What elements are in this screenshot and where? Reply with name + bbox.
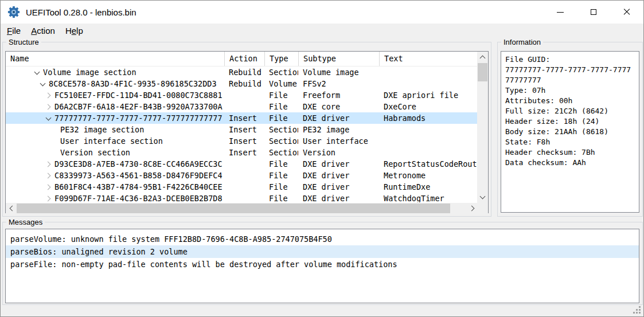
titlebar: UEFITool 0.28.0 - lenbios.bin bbox=[1, 1, 643, 24]
scroll-down-icon[interactable] bbox=[477, 192, 488, 203]
chevron-right-icon[interactable] bbox=[45, 195, 52, 202]
tree-row-subtype: DXE driver bbox=[298, 112, 379, 124]
chevron-down-icon[interactable] bbox=[39, 80, 46, 88]
tree-row-text bbox=[379, 66, 478, 78]
close-icon bbox=[623, 9, 630, 15]
message-row[interactable]: parseFile: non-empty pad-file contents w… bbox=[6, 258, 639, 271]
tree-row-action: Insert bbox=[224, 112, 264, 124]
tree-row-name-cell: FC510EE7-FFDC-11D4-BD41-0080C73C8881 bbox=[6, 89, 224, 101]
tree-row-type: File bbox=[264, 170, 298, 181]
tree-row[interactable]: C8339973-A563-4561-B858-D8476F9DEFC4 Fil… bbox=[6, 170, 478, 181]
tree-row[interactable]: Volume image section Rebuild Section Vol… bbox=[6, 66, 478, 78]
expander-icon bbox=[50, 126, 58, 134]
tree-row-name-cell: Volume image section bbox=[6, 66, 224, 78]
tree-row[interactable]: D6A2CB7F-6A18-4E2F-B43B-9920A733700A Fil… bbox=[6, 101, 478, 112]
resize-grip-icon[interactable] bbox=[633, 306, 641, 314]
info-line: Data checksum: AAh bbox=[505, 158, 635, 168]
column-header-action[interactable]: Action bbox=[224, 52, 264, 66]
tree-row-type: Volume bbox=[264, 78, 298, 89]
tree-row-action: Rebuild bbox=[224, 78, 264, 89]
vertical-scrollbar-thumb[interactable] bbox=[478, 63, 487, 81]
chevron-down-icon[interactable] bbox=[45, 115, 52, 122]
tree-row-action: Insert bbox=[224, 135, 264, 147]
chevron-right-icon[interactable] bbox=[45, 172, 52, 179]
horizontal-scrollbar-thumb[interactable] bbox=[17, 203, 450, 213]
info-line: State: F8h bbox=[505, 137, 635, 147]
tree-row-text: ReportStatusCodeRoute bbox=[379, 158, 478, 170]
tree-row[interactable]: PE32 image section Insert Section PE32 i… bbox=[6, 124, 478, 135]
column-header-subtype[interactable]: Subtype bbox=[298, 52, 379, 66]
tree-row-name-cell: 8C8CE578-8A3D-4F1C-9935-896185C32DD3 bbox=[6, 78, 224, 89]
info-line: Attributes: 00h bbox=[505, 96, 635, 106]
maximize-button[interactable] bbox=[577, 1, 610, 24]
tree-row[interactable]: 8C8CE578-8A3D-4F1C-9935-896185C32DD3 Reb… bbox=[6, 78, 478, 89]
tree-row-type: File bbox=[264, 112, 298, 124]
tree-row-text: RuntimeDxe bbox=[379, 181, 478, 193]
menu-help[interactable]: Help bbox=[60, 25, 88, 38]
info-line: Header size: 18h (24) bbox=[505, 116, 635, 127]
tree-row-type: File bbox=[264, 193, 298, 202]
horizontal-scrollbar bbox=[6, 203, 478, 214]
tree-row-name: B601F8C4-43B7-4784-95B1-F4226CB40CEE bbox=[54, 181, 223, 193]
tree-row-action bbox=[224, 89, 264, 101]
expander-icon bbox=[50, 149, 58, 156]
information-content: File GUID:77777777-7777-7777-7777-777777… bbox=[501, 51, 639, 213]
close-button[interactable] bbox=[610, 1, 643, 24]
column-header-type[interactable]: Type bbox=[264, 52, 298, 66]
message-row[interactable]: parseBios: unaligned revision 2 volume bbox=[6, 245, 639, 258]
caption-buttons bbox=[544, 1, 643, 24]
tree-row[interactable]: Version section Insert Section Version bbox=[6, 147, 478, 158]
tree-row-text bbox=[379, 124, 478, 135]
tree-row-name-cell: B601F8C4-43B7-4784-95B1-F4226CB40CEE bbox=[6, 181, 224, 193]
tree-row-name: User interface section bbox=[60, 135, 163, 147]
tree-row-name: F099D67F-71AE-4C36-B2A3-DCEB0EB2B7D8 bbox=[54, 193, 223, 202]
tree-row-text bbox=[379, 147, 478, 158]
chevron-down-icon[interactable] bbox=[33, 69, 41, 76]
tree-row-text: DxeCore bbox=[379, 101, 478, 112]
tree-row-name: PE32 image section bbox=[60, 124, 144, 135]
tree-row-type: Section bbox=[264, 135, 298, 147]
chevron-right-icon[interactable] bbox=[45, 183, 52, 191]
tree-row[interactable]: 77777777-7777-7777-7777-777777777777 Ins… bbox=[6, 112, 478, 124]
tree-row-name: D93CE3D8-A7EB-4730-8C8E-CC466A9ECC3C bbox=[54, 158, 223, 170]
column-header-text[interactable]: Text bbox=[379, 52, 478, 66]
maximize-icon bbox=[591, 9, 596, 15]
tree-row-name-cell: PE32 image section bbox=[6, 124, 224, 135]
scrollbar-corner bbox=[477, 203, 488, 214]
tree-row-name-cell: C8339973-A563-4561-B858-D8476F9DEFC4 bbox=[6, 170, 224, 181]
tree-row-action bbox=[224, 181, 264, 193]
tree-row[interactable]: FC510EE7-FFDC-11D4-BD41-0080C73C8881 Fil… bbox=[6, 89, 478, 101]
tree-row-subtype: DXE driver bbox=[298, 170, 379, 181]
tree-row[interactable]: D93CE3D8-A7EB-4730-8C8E-CC466A9ECC3C Fil… bbox=[6, 158, 478, 170]
scroll-left-icon[interactable] bbox=[6, 203, 17, 214]
tree-row-subtype: Freeform bbox=[298, 89, 379, 101]
tree-row-action bbox=[224, 158, 264, 170]
tree-row-name: 77777777-7777-7777-7777-777777777777 bbox=[54, 112, 223, 124]
tree-row-type: File bbox=[264, 181, 298, 193]
tree-row-type: File bbox=[264, 101, 298, 112]
tree-row-name-cell: User interface section bbox=[6, 135, 224, 147]
chevron-right-icon[interactable] bbox=[45, 161, 52, 168]
tree-row-text: WatchdogTimer bbox=[379, 193, 478, 202]
chevron-right-icon[interactable] bbox=[45, 92, 52, 99]
minimize-button[interactable] bbox=[544, 1, 577, 24]
tree-row-name: Version section bbox=[60, 147, 130, 158]
message-row[interactable]: parseVolume: unknown file system FFF12B8… bbox=[6, 233, 639, 245]
menu-file[interactable]: File bbox=[2, 25, 26, 38]
tree-row-action bbox=[224, 170, 264, 181]
tree-row-subtype: FFSv2 bbox=[298, 78, 379, 89]
tree-row-type: Section bbox=[264, 124, 298, 135]
scroll-up-icon[interactable] bbox=[477, 52, 488, 62]
tree-row-text bbox=[379, 135, 478, 147]
tree-row-name: C8339973-A563-4561-B858-D8476F9DEFC4 bbox=[54, 170, 223, 181]
tree-row[interactable]: F099D67F-71AE-4C36-B2A3-DCEB0EB2B7D8 Fil… bbox=[6, 193, 478, 202]
tree-row[interactable]: User interface section Insert Section Us… bbox=[6, 135, 478, 147]
vertical-scrollbar bbox=[477, 52, 488, 203]
menu-action[interactable]: Action bbox=[26, 25, 60, 38]
chevron-right-icon[interactable] bbox=[45, 103, 52, 111]
tree-row-name: D6A2CB7F-6A18-4E2F-B43B-9920A733700A bbox=[54, 101, 223, 112]
column-header-name[interactable]: Name bbox=[6, 52, 224, 66]
information-group-label: Information bbox=[501, 38, 543, 46]
tree-row-name-cell: D6A2CB7F-6A18-4E2F-B43B-9920A733700A bbox=[6, 101, 224, 112]
tree-row[interactable]: B601F8C4-43B7-4784-95B1-F4226CB40CEE Fil… bbox=[6, 181, 478, 193]
